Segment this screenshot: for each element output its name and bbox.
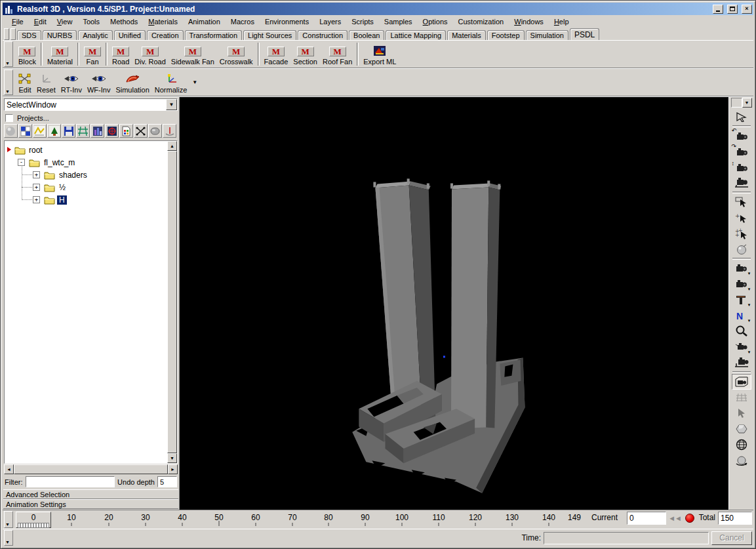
window-selector[interactable]: SelectWindow ▼ (4, 98, 178, 111)
collapse-icon[interactable]: - (18, 159, 25, 166)
pointer-disabled-icon[interactable] (732, 405, 751, 421)
scroll-left-icon[interactable]: ◄ (4, 464, 14, 474)
select-object-icon[interactable] (732, 194, 751, 210)
normalize-button[interactable]: Normalize (152, 70, 190, 95)
menu-macros[interactable]: Macros (226, 16, 260, 27)
statusbar-handle[interactable]: ▼ (4, 530, 13, 546)
tab-transformation[interactable]: Transformation (185, 30, 243, 40)
menu-methods[interactable]: Methods (105, 16, 143, 27)
menu-file[interactable]: File (7, 16, 29, 27)
tab-nurbs[interactable]: NURBS (43, 30, 77, 40)
tab-sds[interactable]: SDS (17, 30, 41, 40)
camera-frame-icon[interactable] (732, 374, 751, 390)
close-button[interactable]: × (742, 5, 752, 14)
menu-scripts[interactable]: Scripts (346, 16, 379, 27)
tab-unified[interactable]: Unified (114, 30, 146, 40)
grid-icon[interactable] (76, 124, 90, 138)
viewport-3d[interactable] (180, 97, 728, 510)
zoom-icon[interactable] (732, 323, 751, 339)
material-button[interactable]: M Material (45, 41, 75, 67)
scroll-down-icon[interactable]: ▼ (167, 453, 177, 463)
normals-icon[interactable]: N ▼ (732, 308, 751, 323)
curve-icon[interactable] (33, 124, 47, 138)
polygon-icon[interactable] (732, 421, 751, 437)
tab-creation[interactable]: Creation (147, 30, 184, 40)
sphere-icon[interactable] (4, 124, 18, 138)
wf-inv-button[interactable]: WF-Inv (85, 70, 113, 95)
tab-light-sources[interactable]: Light Sources (243, 30, 296, 40)
expand-icon[interactable]: + (33, 171, 40, 178)
tab-boolean[interactable]: Boolean (349, 30, 384, 40)
menu-options[interactable]: Options (418, 16, 453, 27)
block-button[interactable]: M Block (16, 41, 39, 67)
simulation-button[interactable]: Simulation (113, 70, 151, 95)
tab-simulation[interactable]: Simulation (526, 30, 568, 40)
roof-fan-button[interactable]: M Roof Fan (320, 41, 355, 67)
sphere-select-icon[interactable] (732, 241, 751, 257)
export-ml-button[interactable]: Export ML (361, 41, 399, 67)
record-button[interactable] (685, 514, 694, 523)
tree-row-half[interactable]: + ½ (5, 181, 167, 193)
menu-edit[interactable]: Edit (29, 16, 52, 27)
checker-icon[interactable] (18, 124, 32, 138)
globe-icon[interactable] (732, 437, 751, 453)
current-frame-input[interactable] (627, 512, 666, 525)
menu-view[interactable]: View (52, 16, 78, 27)
edit-button[interactable]: Edit (16, 70, 34, 95)
camera-horizontal-icon[interactable] (732, 175, 751, 191)
scroll-right-icon[interactable]: ► (168, 464, 178, 474)
facade-button[interactable]: M Facade (262, 41, 291, 67)
sidewalk-fan-button[interactable]: M Sidewalk Fan (169, 41, 217, 67)
axis-icon[interactable] (163, 124, 176, 138)
reset-button[interactable]: Reset (34, 70, 58, 95)
tree-row-h[interactable]: + H (5, 193, 167, 206)
tab-lattice-mapping[interactable]: Lattice Mapping (386, 30, 446, 40)
tab-psdl[interactable]: PSDL (570, 28, 599, 40)
menu-environments[interactable]: Environments (260, 16, 314, 27)
menu-tools[interactable]: Tools (77, 16, 105, 27)
tree-row-shaders[interactable]: + shaders (5, 169, 167, 181)
scroll-up-icon[interactable]: ▲ (167, 141, 177, 151)
timeline-handle[interactable]: ▼ (4, 511, 13, 528)
tree-row-root[interactable]: root (5, 144, 167, 156)
tab-handle-2[interactable] (10, 28, 16, 40)
crosswalk-button[interactable]: M Crosswalk (217, 41, 256, 67)
expand-icon[interactable]: + (33, 196, 40, 203)
menu-help[interactable]: Help (549, 16, 574, 27)
chevron-down-icon[interactable]: ▼ (166, 99, 177, 110)
document-icon[interactable] (119, 124, 133, 138)
maximize-button[interactable] (727, 5, 738, 14)
tree-horizontal-scrollbar[interactable]: ◄ ► (4, 464, 178, 474)
save-icon[interactable] (62, 124, 75, 138)
toolbar2-handle[interactable]: ▼ (4, 70, 13, 95)
menu-windows[interactable]: Windows (509, 16, 549, 27)
div-road-button[interactable]: M Div. Road (132, 41, 168, 67)
blob-icon[interactable] (148, 124, 162, 138)
title-bar[interactable]: Realsoft 3D , Version 4.5/SP1. Project:U… (3, 3, 753, 15)
animation-settings-section[interactable]: Animation Settings (3, 499, 178, 509)
menu-materials[interactable]: Materials (143, 16, 183, 27)
camera-orbit-icon[interactable]: ↷ (732, 144, 751, 159)
toolbar1-handle[interactable]: ▼ (4, 41, 13, 67)
filter-input[interactable] (26, 476, 115, 487)
camera-pan-icon[interactable]: ▼ (732, 339, 751, 355)
menu-customization[interactable]: Customization (453, 16, 509, 27)
cancel-button[interactable]: Cancel (711, 531, 752, 545)
frame-slider[interactable]: 0 (16, 512, 51, 528)
drafting-icon[interactable]: ▼ (732, 292, 751, 308)
section-button[interactable]: M Section (290, 41, 320, 67)
tree-vertical-scrollbar[interactable]: ▲ ▼ (167, 141, 177, 463)
minimize-button[interactable] (713, 5, 723, 14)
tab-construction[interactable]: Construction (298, 30, 348, 40)
scroll-thumb[interactable] (167, 151, 177, 453)
tab-materials[interactable]: Materials (447, 30, 486, 40)
scroll-thumb[interactable] (14, 464, 168, 474)
tree-icon[interactable] (47, 124, 61, 138)
fan-button[interactable]: M Fan (81, 41, 104, 67)
select-multi-icon[interactable]: +++ (732, 226, 751, 241)
raytrace-pointer-icon[interactable] (732, 109, 751, 125)
tree-row-fl-wtc-m[interactable]: - fl_wtc_m (5, 156, 167, 169)
menu-animation[interactable]: Animation (183, 16, 226, 27)
total-frames-input[interactable] (718, 512, 752, 525)
orbit-ball-icon[interactable] (732, 453, 751, 468)
